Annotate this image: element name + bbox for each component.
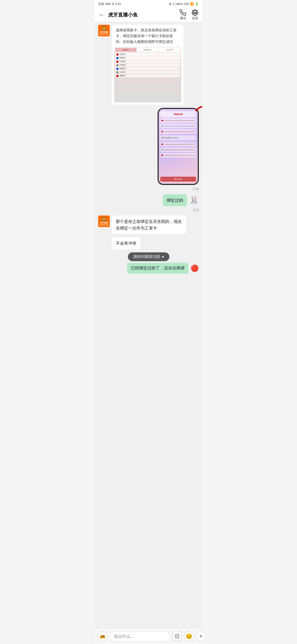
jump-label: 跳转到最新消息 <box>133 254 160 259</box>
message-bubble[interactable]: 不会有冲突 <box>112 237 140 249</box>
status-time: 没有 SIM 卡 3:41 <box>98 2 121 6</box>
partial-message-bubble[interactable]: 已经绑定过的了，没办法再绑 <box>127 263 188 274</box>
bubble-wrap: 不会有冲突 <box>112 237 140 249</box>
settings-label: 设置 <box>192 16 198 20</box>
phone-screen: ¥500.00 <box>159 109 198 184</box>
message-row: ¥500.00 <box>98 108 199 191</box>
message-text: 那个是你之前绑定去买东西的，现在在绑定一次作为工资卡 <box>116 219 182 230</box>
status-bar: 没有 SIM 卡 3:41 ⚙ 1.14K/s 100 📶 🔋 <box>95 0 202 8</box>
message-bubble-image[interactable]: 选择使用新卡，然后添加绑定你的工资卡，绑定到最后有一个银行卡取款密码，你别输入截… <box>112 25 183 105</box>
bubble-wrap-right: 绑定过的 🐰 已读 <box>163 194 199 212</box>
bubble-wrap-right: ¥500.00 <box>158 108 199 191</box>
message-bubble[interactable]: 绑定过的 <box>163 194 187 206</box>
bubble-wrap: 选择使用新卡，然后添加绑定你的工资卡，绑定到最后有一个银行卡取款密码，你别输入截… <box>112 25 183 105</box>
avatar: 🦁 虎牙直播 HUYA.COM <box>98 215 110 227</box>
wifi-icon: 📶 <box>190 2 194 6</box>
chevron-down-icon: ▾ <box>162 255 164 259</box>
bottom-area: 跳转到最新消息 ▾ 已经绑定过的了，没办法再绑 🔴 <box>98 252 199 274</box>
sticker-decoration-red: 🔴 <box>191 264 199 272</box>
screenshot-preview: ¥500.00 添加银行卡 历史记录 农业银行 建设银行 <box>114 47 181 102</box>
message-text: 已经绑定过的了，没办法再绑 <box>131 266 185 270</box>
call-label: 通话 <box>180 16 186 20</box>
message-row: 🦁 虎牙直播 HUYA.COM 选择使用新卡，然后添加绑定你的工资卡，绑定到最后… <box>98 25 199 105</box>
chat-area: 🦁 虎牙直播 HUYA.COM 选择使用新卡，然后添加绑定你的工资卡，绑定到最后… <box>95 22 202 630</box>
settings-icon <box>192 9 198 16</box>
message-text: 选择使用新卡，然后添加绑定你的工资卡，绑定到最后有一个银行卡取款密码，你别输入截… <box>112 25 183 47</box>
nav-icons: 通话 设置 <box>180 9 198 20</box>
read-status: 已读 <box>193 208 199 212</box>
read-status: 已读 <box>193 187 199 191</box>
status-right: ⚙ 1.14K/s 100 📶 🔋 <box>169 2 199 6</box>
settings-button[interactable]: 设置 <box>192 9 198 20</box>
bubble-wrap: 那个是你之前绑定去买东西的，现在在绑定一次作为工资卡 <box>112 215 186 234</box>
svg-point-0 <box>194 12 196 13</box>
bluetooth-icon: ⚙ <box>169 2 172 6</box>
message-row: 绑定过的 🐰 已读 <box>98 194 199 212</box>
battery-icon: 🔋 <box>195 2 199 6</box>
top-nav: ← 虎牙直播小鱼 通话 设置 <box>95 8 202 22</box>
jump-to-latest-banner[interactable]: 跳转到最新消息 ▾ <box>128 252 169 261</box>
sticker-decoration: 🐰 <box>189 196 199 205</box>
red-arrow-decoration <box>193 102 202 114</box>
message-bubble[interactable]: 那个是你之前绑定去买东西的，现在在绑定一次作为工资卡 <box>112 215 186 234</box>
call-button[interactable]: 通话 <box>180 9 186 20</box>
message-row: 不会有冲突 <box>98 237 199 249</box>
phone-image-wrapper[interactable]: ¥500.00 <box>158 108 199 185</box>
phone-image: ¥500.00 <box>158 108 199 185</box>
message-text: 不会有冲突 <box>116 241 136 245</box>
page-title: 虎牙直播小鱼 <box>108 12 180 18</box>
network-speed: 1.14K/s 100 <box>173 2 189 6</box>
bottom-bar: 📻 😊 + <box>95 628 202 630</box>
avatar: 🦁 虎牙直播 HUYA.COM <box>98 25 110 36</box>
back-button[interactable]: ← <box>99 11 105 18</box>
message-row: 🦁 虎牙直播 HUYA.COM 那个是你之前绑定去买东西的，现在在绑定一次作为工… <box>98 215 199 234</box>
phone-icon <box>180 9 186 16</box>
message-text: 绑定过的 <box>167 198 183 203</box>
